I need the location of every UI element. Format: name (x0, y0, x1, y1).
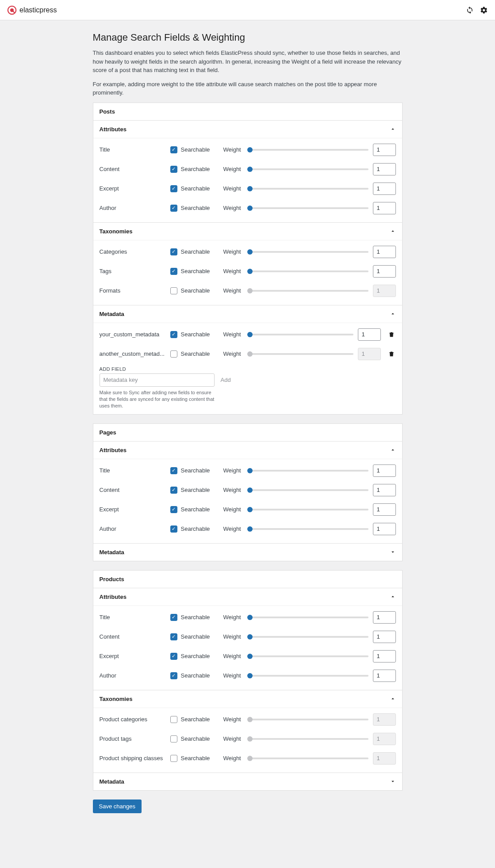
weight-input[interactable] (373, 523, 396, 535)
weight-slider[interactable] (247, 149, 368, 151)
weight-slider[interactable] (247, 168, 368, 170)
weight-label: Weight (223, 268, 243, 274)
weight-slider[interactable] (247, 675, 368, 677)
weight-input[interactable] (373, 163, 396, 175)
searchable-checkbox[interactable] (170, 146, 177, 153)
searchable-checkbox[interactable] (170, 716, 177, 723)
field-row: ExcerptSearchableWeight (100, 500, 396, 519)
weight-input[interactable] (373, 484, 396, 496)
weight-slider[interactable] (247, 636, 368, 638)
searchable-toggle-wrap: Searchable (170, 672, 219, 679)
section-header[interactable]: Attributes (93, 588, 402, 605)
searchable-checkbox[interactable] (170, 506, 177, 513)
searchable-checkbox[interactable] (170, 467, 177, 474)
brand-logo: elasticpress (7, 5, 57, 15)
searchable-checkbox[interactable] (170, 633, 177, 640)
searchable-checkbox[interactable] (170, 185, 177, 192)
weight-input[interactable] (373, 265, 396, 278)
post-type-title: Products (93, 571, 402, 588)
searchable-label: Searchable (181, 525, 210, 532)
field-label: your_custom_metadata (100, 331, 166, 338)
weight-slider[interactable] (247, 334, 353, 335)
searchable-checkbox[interactable] (170, 672, 177, 679)
searchable-label: Searchable (181, 672, 210, 679)
searchable-label: Searchable (181, 506, 210, 513)
weight-input[interactable] (373, 144, 396, 156)
weight-slider[interactable] (247, 489, 368, 491)
searchable-checkbox[interactable] (170, 653, 177, 660)
searchable-checkbox[interactable] (170, 350, 177, 358)
field-row: Product tagsSearchableWeight (100, 729, 396, 749)
searchable-checkbox[interactable] (170, 331, 177, 338)
searchable-label: Searchable (181, 633, 210, 640)
section-body: TitleSearchableWeightContentSearchableWe… (93, 605, 402, 690)
trash-icon[interactable] (388, 331, 396, 338)
searchable-checkbox[interactable] (170, 166, 177, 173)
field-row: TitleSearchableWeight (100, 608, 396, 627)
section-header[interactable]: Metadata (93, 543, 402, 561)
section-title: Taxonomies (100, 228, 133, 235)
sync-icon[interactable] (466, 6, 474, 14)
add-field-help: Make sure to Sync after adding new field… (100, 389, 219, 410)
weight-slider[interactable] (247, 617, 368, 618)
weight-input[interactable] (373, 611, 396, 624)
searchable-checkbox[interactable] (170, 248, 177, 255)
searchable-checkbox[interactable] (170, 525, 177, 533)
weight-input[interactable] (373, 246, 396, 258)
weight-input (373, 713, 396, 726)
section-header[interactable]: Metadata (93, 305, 402, 323)
searchable-checkbox[interactable] (170, 614, 177, 621)
section-body: your_custom_metadataSearchableWeightanot… (93, 323, 402, 414)
weight-slider[interactable] (247, 188, 368, 190)
metadata-key-input[interactable] (100, 373, 215, 387)
field-label: Content (100, 487, 166, 493)
trash-icon[interactable] (388, 350, 396, 358)
weight-slider[interactable] (247, 270, 368, 272)
weight-input[interactable] (373, 503, 396, 516)
field-label: Product tags (100, 735, 166, 742)
searchable-checkbox[interactable] (170, 287, 177, 294)
chevron-up-icon (390, 696, 396, 702)
weight-input[interactable] (358, 328, 381, 341)
section-header[interactable]: Taxonomies (93, 222, 402, 240)
page-title: Manage Search Fields & Weighting (93, 32, 403, 43)
searchable-toggle-wrap: Searchable (170, 735, 219, 742)
searchable-checkbox[interactable] (170, 487, 177, 494)
brand-text: elasticpress (19, 6, 57, 14)
weight-slider[interactable] (247, 509, 368, 510)
searchable-checkbox[interactable] (170, 268, 177, 275)
searchable-toggle-wrap: Searchable (170, 248, 219, 255)
weight-slider (247, 738, 368, 740)
weight-slider[interactable] (247, 655, 368, 657)
section-header[interactable]: Attributes (93, 441, 402, 459)
searchable-checkbox[interactable] (170, 205, 177, 212)
weight-input[interactable] (373, 650, 396, 662)
weight-slider[interactable] (247, 207, 368, 209)
section-title: Attributes (100, 126, 127, 133)
weight-input[interactable] (373, 464, 396, 477)
add-field-button[interactable]: Add (221, 377, 231, 383)
save-button[interactable]: Save changes (93, 799, 142, 813)
weight-input[interactable] (373, 670, 396, 682)
weight-input (373, 733, 396, 745)
searchable-checkbox[interactable] (170, 755, 177, 762)
section-header[interactable]: Metadata (93, 773, 402, 790)
searchable-checkbox[interactable] (170, 735, 177, 742)
weight-input[interactable] (373, 631, 396, 643)
section-header[interactable]: Taxonomies (93, 690, 402, 708)
weight-slider[interactable] (247, 528, 368, 530)
weight-input[interactable] (373, 183, 396, 195)
field-label: Content (100, 166, 166, 172)
weight-input (373, 285, 396, 297)
searchable-label: Searchable (181, 716, 210, 723)
weight-slider[interactable] (247, 251, 368, 253)
gear-icon[interactable] (480, 6, 488, 14)
weight-input[interactable] (373, 202, 396, 214)
section-header[interactable]: Attributes (93, 120, 402, 138)
field-label: Formats (100, 287, 166, 294)
weight-slider (247, 290, 368, 292)
searchable-label: Searchable (181, 653, 210, 659)
field-row: ExcerptSearchableWeight (100, 179, 396, 198)
weight-slider[interactable] (247, 470, 368, 472)
topbar: elasticpress (0, 0, 495, 20)
